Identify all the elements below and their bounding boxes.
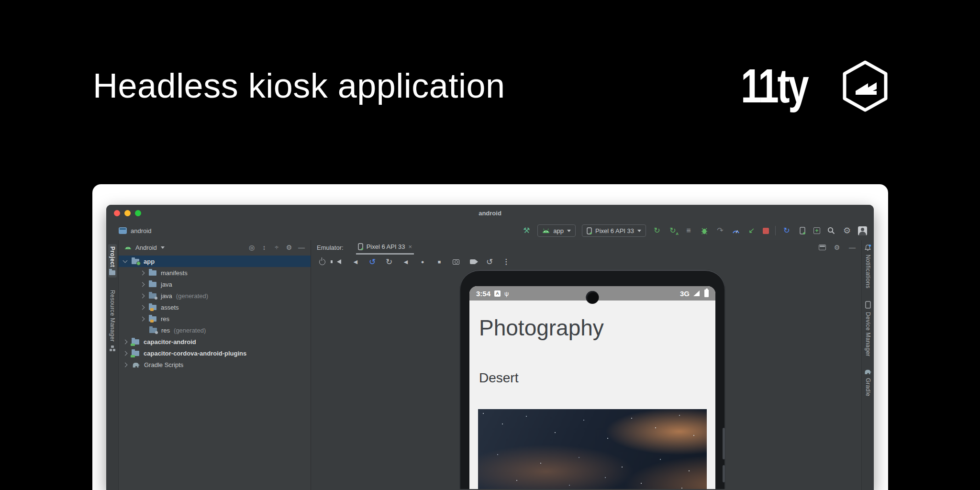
- settings-icon[interactable]: ⚙: [833, 244, 841, 251]
- home-icon[interactable]: ●: [418, 257, 427, 266]
- emulator-panel-header: Emulator: Pixel 6 API 33 × ⚙ —: [311, 240, 861, 255]
- tree-row-app[interactable]: app: [119, 256, 311, 267]
- stop-icon[interactable]: [763, 228, 769, 234]
- camera-punch-hole: [586, 291, 599, 304]
- app-title: Photography: [479, 315, 715, 341]
- tree-row-gradle-scripts[interactable]: Gradle Scripts: [119, 359, 311, 370]
- tree-row-capacitor-android[interactable]: capacitor-android: [119, 336, 311, 347]
- project-breadcrumb[interactable]: android: [106, 227, 151, 234]
- folder-generated-icon: [149, 293, 156, 299]
- layout-icon[interactable]: [819, 245, 826, 250]
- debug-icon[interactable]: [700, 226, 709, 235]
- folder-res-icon: [149, 316, 156, 322]
- hide-panel-icon[interactable]: —: [848, 244, 857, 251]
- rotate-right-icon[interactable]: ↻: [385, 257, 393, 266]
- device-manager-strip-label: Device Manager: [865, 312, 871, 356]
- run-config-label: app: [553, 227, 564, 234]
- run-icon[interactable]: ↻: [652, 226, 662, 235]
- module-folder-icon: [132, 351, 139, 356]
- chevron-right-icon[interactable]: [140, 293, 145, 298]
- pixel6-phone-frame: 3:54 A ψ 3G Photography Desert: [459, 270, 725, 489]
- profile-configurations-icon[interactable]: ≡: [684, 226, 693, 235]
- power-icon[interactable]: [318, 257, 326, 266]
- profile-avatar[interactable]: [858, 226, 867, 235]
- project-tree: app manifests java j: [119, 255, 311, 490]
- gradle-elephant-icon: [864, 369, 872, 375]
- emulator-tab-label: Pixel 6 API 33: [367, 243, 405, 250]
- apply-code-changes-icon[interactable]: ↙: [747, 226, 757, 235]
- phone-icon: [587, 227, 592, 234]
- profiler-icon[interactable]: [731, 226, 741, 235]
- run-config-select[interactable]: app: [537, 224, 576, 237]
- emulator-tab[interactable]: Pixel 6 API 33 ×: [356, 240, 414, 255]
- chevron-right-icon[interactable]: [123, 351, 128, 356]
- phone-icon: [358, 243, 363, 250]
- volume-down-icon[interactable]: ◄: [351, 257, 360, 266]
- device-manager-icon[interactable]: [798, 226, 807, 235]
- right-tool-strip: Notifications Device Manager Gradle: [861, 240, 874, 490]
- chevron-down-icon: [637, 230, 641, 232]
- sdk-manager-icon[interactable]: +: [813, 227, 820, 234]
- tool-button-notifications[interactable]: Notifications: [864, 244, 871, 289]
- tree-row-manifests[interactable]: manifests: [119, 267, 311, 278]
- hide-panel-icon[interactable]: —: [297, 244, 306, 251]
- chevron-right-icon[interactable]: [140, 305, 145, 310]
- status-network: 3G: [680, 290, 690, 298]
- chevron-right-icon[interactable]: [123, 339, 128, 344]
- chevron-right-icon[interactable]: [123, 362, 128, 367]
- locate-icon[interactable]: ◎: [247, 244, 256, 251]
- main-toolbar: android ⚒ app: [106, 221, 874, 240]
- device-select[interactable]: Pixel 6 API 33: [582, 224, 646, 237]
- back-icon[interactable]: ◀: [401, 257, 410, 266]
- page-title: Headless kiosk application: [93, 66, 505, 105]
- volume-rocker[interactable]: [723, 428, 725, 459]
- apply-changes-icon[interactable]: ↻A: [668, 226, 678, 235]
- status-time: 3:54: [476, 290, 490, 298]
- tree-row-java[interactable]: java: [119, 278, 311, 290]
- snapshots-icon[interactable]: ↺: [485, 257, 494, 266]
- settings-icon[interactable]: ⚙: [285, 244, 293, 251]
- tree-row-assets[interactable]: assets: [119, 301, 311, 313]
- overview-icon[interactable]: ■: [435, 257, 444, 266]
- chevron-right-icon[interactable]: [140, 282, 145, 287]
- chevron-right-icon[interactable]: [140, 316, 145, 321]
- gauge-icon: [732, 228, 740, 234]
- phone-icon: [800, 227, 805, 234]
- expand-all-icon[interactable]: ↕: [260, 244, 268, 251]
- tree-row-java-generated[interactable]: java (generated): [119, 290, 311, 301]
- volume-up-icon[interactable]: [334, 257, 343, 266]
- phone-screen[interactable]: 3:54 A ψ 3G Photography Desert: [469, 286, 715, 489]
- chevron-down-icon[interactable]: [161, 246, 165, 249]
- resource-manager-icon: [110, 345, 115, 351]
- gradle-elephant-icon: [132, 362, 140, 368]
- search-everywhere-icon[interactable]: [826, 226, 836, 235]
- tool-button-device-manager[interactable]: Device Manager: [865, 301, 871, 356]
- project-window-icon: [119, 227, 127, 234]
- rotate-left-icon[interactable]: ↺: [368, 257, 377, 266]
- attach-debugger-icon[interactable]: ↷: [715, 226, 725, 235]
- chevron-right-icon[interactable]: [140, 270, 145, 275]
- screenshot-icon[interactable]: [452, 257, 460, 266]
- sync-project-icon[interactable]: ↻: [782, 226, 791, 235]
- tree-row-res-generated[interactable]: res (generated): [119, 324, 311, 336]
- build-hammer-icon[interactable]: ⚒: [522, 226, 531, 235]
- module-folder-icon: [132, 339, 139, 345]
- tool-button-gradle[interactable]: Gradle: [864, 369, 872, 396]
- tree-row-capacitor-cordova-android-plugins[interactable]: capacitor-cordova-android-plugins: [119, 347, 311, 359]
- tool-button-project[interactable]: Project: [108, 244, 117, 278]
- tool-button-resource-manager[interactable]: Resource Manager: [109, 290, 116, 351]
- more-icon[interactable]: ⋮: [502, 257, 511, 266]
- tree-row-res[interactable]: res: [119, 313, 311, 324]
- collapse-all-icon[interactable]: ÷: [272, 244, 281, 251]
- brand: 11ty: [722, 58, 889, 113]
- power-button[interactable]: [723, 465, 725, 482]
- project-view-mode[interactable]: Android: [135, 244, 157, 251]
- chevron-down-icon[interactable]: [123, 258, 128, 263]
- resource-manager-strip-label: Resource Manager: [109, 290, 116, 342]
- close-icon[interactable]: ×: [409, 243, 412, 250]
- settings-icon[interactable]: ⚙: [842, 226, 852, 235]
- folder-icon: [109, 270, 115, 275]
- project-panel-header: Android ◎ ↕ ÷ ⚙ —: [119, 240, 311, 255]
- screen-record-icon[interactable]: [468, 257, 477, 266]
- project-breadcrumb-label: android: [131, 227, 151, 234]
